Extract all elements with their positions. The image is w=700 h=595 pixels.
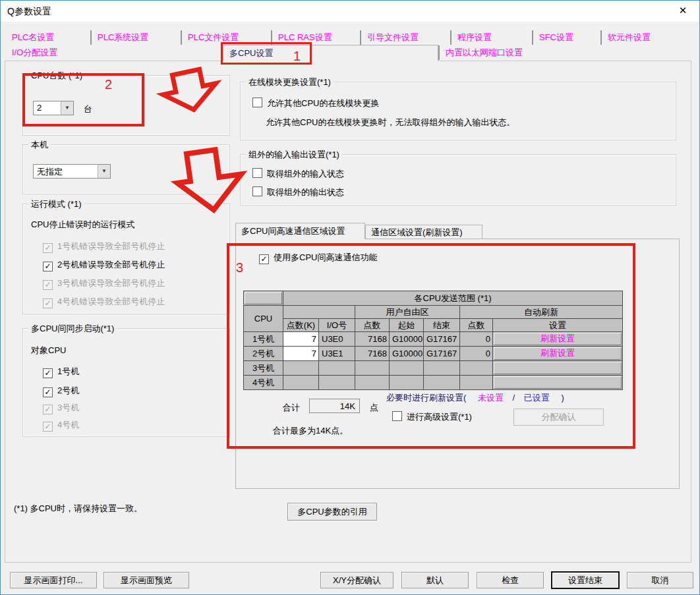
tab-multi-cpu[interactable]: 多CPU设置 [223,45,438,61]
refresh-points-cell [460,376,493,390]
io-no-cell: U3E1 [319,347,355,361]
default-button[interactable]: 默认 [401,572,469,588]
cpu-col-header: CPU [244,306,283,332]
table-row: 1号机 7 U3E0 7168 G10000 G17167 0 刷新设置 [244,332,623,347]
tab-plc-system[interactable]: PLC系统设置 [90,30,181,45]
start-cell: G10000 [390,347,424,361]
row-cpu-label: 3号机 [244,361,283,376]
points-k-cell[interactable]: 7 [283,347,319,361]
group-online-module-change: 在线模块更换设置(*1) 允许其他CPU的在线模块更换 允许其他CPU的在线模块… [240,82,676,140]
tab-plc-ras[interactable]: PLC RAS设置 [271,30,360,45]
checkbox-allow-online-module-change[interactable]: 允许其他CPU的在线模块更换 [252,98,379,109]
total-points-field[interactable]: 14K [309,399,360,413]
cancel-button[interactable]: 取消 [627,572,693,588]
chevron-down-icon[interactable]: ▼ [61,101,73,115]
checkbox-sync-cpu1[interactable]: ✓1号机 [43,366,79,378]
setting-end-button[interactable]: 设置结束 [552,572,619,588]
points-cell [355,361,390,376]
display-print-button[interactable]: 显示画面打印... [10,572,97,588]
checkbox-icon[interactable] [252,186,262,196]
display-preview-button[interactable]: 显示画面预览 [103,572,189,588]
total-note: 合计最多为14K点。 [273,425,348,437]
checkbox-get-outside-output[interactable]: 取得组外的输出状态 [252,186,344,198]
user-area-header: 用户自由区 [355,306,460,319]
refresh-note: 必要时进行刷新设置( 未设置 / 已设置 ) [386,392,564,404]
checkbox-stop-all-cpu2[interactable]: ✓2号机错误导致全部号机停止 [43,259,165,271]
start-header: 起始 [390,319,424,332]
checkbox-icon[interactable] [252,168,262,178]
table-row: 3号机 [244,361,623,376]
checkbox-sync-cpu2[interactable]: ✓2号机 [43,385,79,397]
tab-plc-name[interactable]: PLC名设置 [6,30,90,45]
close-icon[interactable]: ✕ [676,5,690,18]
setting-header: 设置 [493,319,623,332]
check-button[interactable]: 检查 [477,572,544,588]
end-header: 结束 [424,319,460,332]
row-cpu-label: 4号机 [244,376,283,390]
tab-ethernet-port[interactable]: 内置以太网端口设置 [438,45,620,60]
checkbox-stop-all-cpu4: ✓4号机错误导致全部号机停止 [43,296,165,308]
checkbox-icon[interactable]: ✓ [259,254,269,264]
refresh-setting-cell [493,361,623,376]
cpu-count-dropdown[interactable]: 2 ▼ [33,101,74,115]
end-cell: G17167 [424,332,460,347]
checkbox-icon: ✓ [43,298,53,308]
group-sync-start: 多CPU间同步启动(*1) 对象CPU ✓1号机 ✓2号机 ✓3号机 ✓4号机 [22,328,230,437]
refresh-note-suffix: ) [561,393,564,403]
tab-program[interactable]: 程序设置 [450,30,532,45]
checkbox-icon[interactable]: ✓ [43,368,53,378]
online-module-note: 允许其他CPU的在线模块更换时，无法取得组外的输入输出状态。 [266,117,515,128]
checkbox-icon[interactable]: ✓ [43,262,53,271]
tab-boot-file[interactable]: 引导文件设置 [360,30,450,45]
refresh-note-set: 已设置 [524,393,550,403]
row-cpu-label: 1号机 [244,332,283,347]
group-out-of-group-io-title: 组外的输入输出设置(*1) [246,149,342,161]
cpu-count-unit: 台 [84,103,92,115]
refresh-setting-cell[interactable]: 刷新设置 [493,332,623,347]
group-online-module-title: 在线模块更换设置(*1) [246,76,334,88]
checkbox-sync-cpu3: ✓3号机 [43,402,79,414]
checkbox-icon: ✓ [43,280,53,290]
tab-device[interactable]: 软元件设置 [600,30,685,45]
q-parameter-dialog: Q参数设置 ✕ PLC名设置 PLC系统设置 PLC文件设置 PLC RAS设置… [0,0,700,595]
tab-plc-file[interactable]: PLC文件设置 [181,30,271,45]
end-cell [424,361,460,376]
points-k-cell[interactable]: 7 [283,332,319,347]
io-no-cell [319,376,355,390]
checkbox-get-outside-input[interactable]: 取得组外的输入状态 [252,168,344,180]
start-cell [390,376,424,390]
refresh-setting-button[interactable]: 刷新设置 [494,333,622,345]
tab-sfc[interactable]: SFC设置 [532,30,600,45]
checkbox-icon[interactable] [392,411,402,421]
end-cell [424,376,460,390]
checkbox-icon[interactable] [252,98,262,107]
table-row: 4号机 [244,376,623,390]
chevron-down-icon[interactable]: ▼ [98,165,110,178]
host-value: 无指定 [37,166,63,178]
start-cell [390,361,424,376]
assignment-confirm-button: 分配确认 [513,409,604,426]
tab-io-assignment[interactable]: I/O分配设置 [6,45,223,60]
row-cpu-label: 2号机 [244,347,283,361]
refresh-points-cell [460,361,493,376]
refresh-setting-cell [493,376,623,390]
points-k-cell [283,376,319,390]
multi-cpu-param-reference-button[interactable]: 多CPU参数的引用 [287,503,377,521]
title-bar: Q参数设置 ✕ [1,1,699,22]
tab-high-speed-comm-area[interactable]: 多CPU间高速通信区域设置 [235,223,365,239]
group-host: 本机 无指定 ▼ [22,144,230,194]
refresh-setting-cell[interactable]: 刷新设置 [493,347,623,361]
auto-refresh-header: 自动刷新 [460,306,623,319]
refresh-points-header: 点数 [460,319,493,332]
refresh-note-slash: / [513,393,515,403]
host-dropdown[interactable]: 无指定 ▼ [33,164,111,179]
refresh-setting-button[interactable]: 刷新设置 [494,347,622,360]
xy-assignment-confirm-button[interactable]: X/Y分配确认 [320,572,394,588]
group-host-title: 本机 [28,139,51,151]
table-corner-cell [244,291,283,306]
checkbox-advanced-settings[interactable]: 进行高级设置(*1) [392,411,472,423]
group-out-of-group-io: 组外的输入输出设置(*1) 取得组外的输入状态 取得组外的输出状态 [240,154,676,206]
checkbox-icon[interactable]: ✓ [43,387,53,397]
tab-comm-area-refresh[interactable]: 通信区域设置(刷新设置) [365,225,482,239]
checkbox-use-high-speed-comm[interactable]: ✓使用多CPU间高速通信功能 [259,252,377,264]
